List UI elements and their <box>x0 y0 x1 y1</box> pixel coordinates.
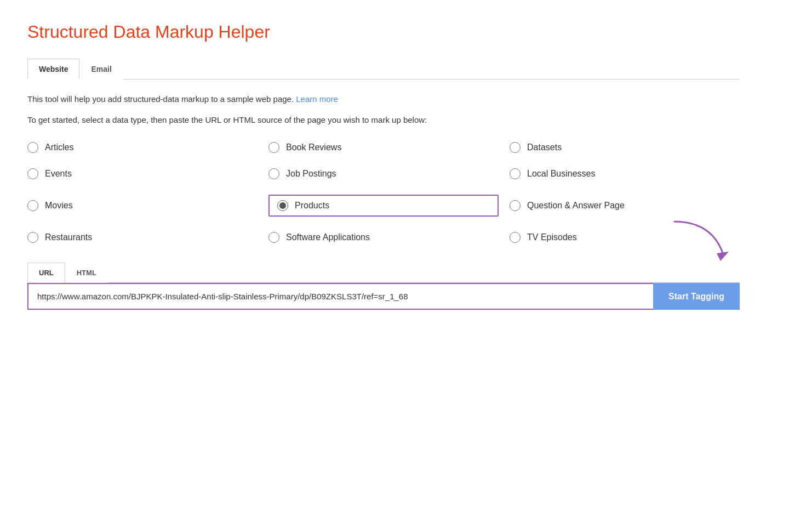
radio-restaurants[interactable]: Restaurants <box>27 232 258 243</box>
radio-datasets[interactable]: Datasets <box>510 142 740 153</box>
radio-local-businesses[interactable]: Local Businesses <box>510 168 740 179</box>
radio-input-book-reviews[interactable] <box>268 142 279 153</box>
radio-input-software-applications[interactable] <box>268 232 279 243</box>
radio-input-job-postings[interactable] <box>268 168 279 179</box>
radio-book-reviews[interactable]: Book Reviews <box>268 142 499 153</box>
start-tagging-button[interactable]: Start Tagging <box>653 283 740 310</box>
description-line2: To get started, select a data type, then… <box>27 113 740 127</box>
radio-movies[interactable]: Movies <box>27 195 258 217</box>
radio-articles[interactable]: Articles <box>27 142 258 153</box>
radio-input-question-answer[interactable] <box>510 200 521 211</box>
main-container: Structured Data Markup Helper Website Em… <box>0 0 767 332</box>
radio-input-local-businesses[interactable] <box>510 168 521 179</box>
radio-input-events[interactable] <box>27 168 38 179</box>
radio-input-movies[interactable] <box>27 200 38 211</box>
page-title: Structured Data Markup Helper <box>27 22 740 42</box>
radio-products[interactable]: Products <box>268 195 499 217</box>
tab-html[interactable]: HTML <box>65 263 108 283</box>
radio-input-products[interactable] <box>277 200 288 211</box>
radio-software-applications[interactable]: Software Applications <box>268 232 499 243</box>
radio-question-answer[interactable]: Question & Answer Page <box>510 195 740 217</box>
tab-website[interactable]: Website <box>27 59 79 80</box>
description-line1: This tool will help you add structured-d… <box>27 93 740 106</box>
tab-url[interactable]: URL <box>27 263 65 283</box>
arrow-decoration <box>668 216 734 265</box>
learn-more-link[interactable]: Learn more <box>296 94 338 104</box>
bottom-section: URL HTML Start Tagging <box>27 263 740 310</box>
url-input[interactable] <box>27 283 653 310</box>
main-tabs: Website Email <box>27 59 740 80</box>
radio-input-tv-episodes[interactable] <box>510 232 521 243</box>
radio-input-restaurants[interactable] <box>27 232 38 243</box>
url-html-tabs: URL HTML <box>27 263 740 283</box>
radio-input-articles[interactable] <box>27 142 38 153</box>
radio-input-datasets[interactable] <box>510 142 521 153</box>
data-types-grid: Articles Book Reviews Datasets Events Jo… <box>27 142 740 243</box>
url-input-row: Start Tagging <box>27 283 740 310</box>
svg-marker-0 <box>717 252 729 261</box>
radio-job-postings[interactable]: Job Postings <box>268 168 499 179</box>
radio-events[interactable]: Events <box>27 168 258 179</box>
tab-email[interactable]: Email <box>79 59 123 80</box>
